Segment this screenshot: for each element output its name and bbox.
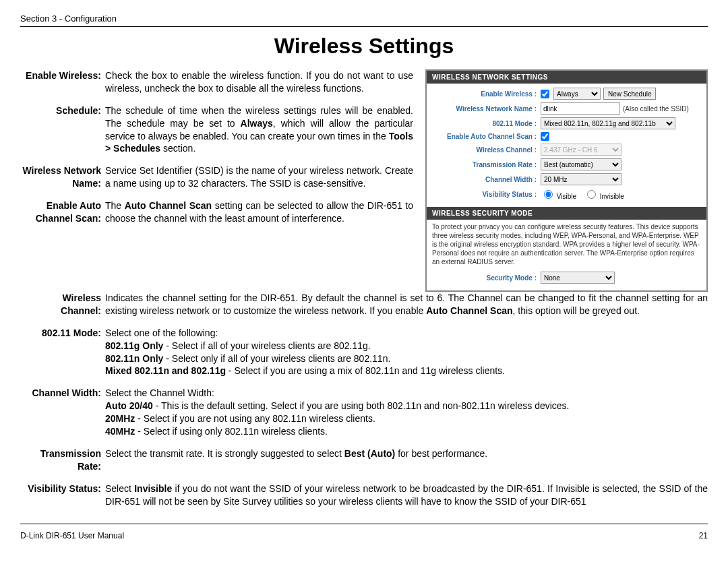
def-wireless-network-name: Wireless Network Name: Service Set Ident… — [20, 164, 413, 190]
body-wc: Indicates the channel setting for the DI… — [105, 292, 708, 317]
body-eacs: The Auto Channel Scan setting can be sel… — [105, 199, 413, 225]
lbl-cw: Channel Width : — [432, 176, 541, 183]
text: section. — [160, 143, 195, 154]
text: The — [105, 200, 125, 211]
label-wnn: Wireless Network Name: — [20, 164, 105, 190]
header-rule — [20, 26, 708, 27]
def-wireless-channel: Wireless Channel: Indicates the channel … — [20, 292, 708, 317]
def-transmission-rate: Transmission Rate: Select the transmit r… — [20, 447, 708, 473]
label-line1: Transmission — [20, 447, 101, 460]
lbl-tr: Transmission Rate : — [432, 161, 541, 168]
security-description: To protect your privacy you can configur… — [427, 220, 706, 272]
text: Select — [105, 483, 134, 494]
def-channel-width: Channel Width: Select the Channel Width:… — [20, 387, 708, 438]
select-schedule[interactable]: Always — [553, 88, 601, 100]
panel-header-network: WIRELESS NETWORK SETTINGS — [427, 71, 706, 84]
row-mode: 802.11 Mode : Mixed 802.11n, 802.11g and… — [432, 117, 701, 129]
text-bold: 802.11n Only — [105, 353, 163, 364]
lbl-wc: Wireless Channel : — [432, 146, 541, 154]
body-enable-wireless: Check the box to enable the wireless fun… — [105, 69, 413, 95]
radio-visible-wrap[interactable]: Visible — [541, 188, 576, 200]
body-tr: Select the transmit rate. It is strongly… — [105, 447, 708, 473]
input-wnn[interactable] — [541, 102, 620, 115]
body-schedule: The schedule of time when the wireless s… — [105, 104, 413, 156]
def-mode: 802.11 Mode: Select one of the following… — [20, 327, 708, 378]
checkbox-enable-wireless[interactable] — [541, 90, 549, 98]
label-line2: Channel Scan: — [20, 212, 101, 225]
lbl-mode: 802.11 Mode : — [432, 120, 541, 127]
label-vs: Visibility Status: — [20, 482, 105, 508]
body-vs: Select Invisible if you do not want the … — [105, 482, 708, 508]
row-tr: Transmission Rate : Best (automatic) — [432, 158, 701, 170]
footer-left: D-Link DIR-651 User Manual — [20, 531, 124, 540]
text: - Select if all of your wireless clients… — [163, 340, 370, 351]
select-wc[interactable]: 2.437 GHz - CH 6 — [541, 144, 621, 156]
footer-rule — [20, 524, 708, 524]
label-line2: Name: — [20, 177, 101, 190]
label-line1: Wireless Network — [20, 164, 101, 177]
row-enable-wireless: Enable Wireless : Always New Schedule — [432, 88, 701, 100]
text-bold: Always — [241, 118, 273, 129]
select-tr[interactable]: Best (automatic) — [541, 158, 621, 170]
text: - Select if you are using a mix of 802.1… — [226, 365, 505, 376]
def-enable-auto-channel-scan: Enable Auto Channel Scan: The Auto Chann… — [20, 199, 413, 225]
row-sec-mode: Security Mode : None — [432, 272, 701, 284]
row-vs: Visibility Status : Visible Invisible — [432, 188, 701, 200]
text: - Select only if all of your wireless cl… — [163, 353, 390, 364]
def-visibility-status: Visibility Status: Select Invisible if y… — [20, 482, 708, 508]
label-enable-wireless: Enable Wireless: — [20, 69, 105, 95]
radio-invisible-label: Invisible — [600, 193, 624, 200]
text-bold: Auto Channel Scan — [125, 200, 212, 211]
text-bold: Best (Auto) — [344, 448, 395, 459]
panel-header-security: WIRELESS SECURITY MODE — [427, 207, 706, 220]
select-cw[interactable]: 20 MHz — [541, 173, 621, 185]
select-mode[interactable]: Mixed 802.11n, 802.11g and 802.11b — [541, 117, 675, 129]
row-wc: Wireless Channel : 2.437 GHz - CH 6 — [432, 144, 701, 156]
text: for best performance. — [395, 448, 487, 459]
lbl-vs: Visibility Status : — [432, 191, 541, 198]
text: , this option will be greyed out. — [513, 305, 640, 316]
label-line2: Channel: — [20, 305, 101, 317]
label-schedule: Schedule: — [20, 104, 105, 156]
section-header: Section 3 - Configuration — [20, 13, 708, 24]
radio-invisible-wrap[interactable]: Invisible — [584, 188, 624, 200]
row-eacs: Enable Auto Channel Scan : — [432, 132, 701, 141]
label-wc: Wireless Channel: — [20, 292, 105, 317]
mode-intro: Select one of the following: — [105, 327, 708, 340]
radio-visible[interactable] — [544, 190, 553, 199]
body-cw: Select the Channel Width: Auto 20/40 - T… — [105, 387, 708, 438]
text: - This is the default setting. Select if… — [153, 400, 570, 411]
label-line1: Enable Auto — [20, 199, 101, 212]
new-schedule-button[interactable]: New Schedule — [603, 88, 656, 100]
radio-invisible[interactable] — [587, 190, 596, 199]
select-sec-mode[interactable]: None — [541, 272, 615, 284]
footer: D-Link DIR-651 User Manual 21 — [20, 531, 708, 540]
label-cw: Channel Width: — [20, 387, 105, 438]
lbl-wnn: Wireless Network Name : — [432, 105, 541, 113]
body-mode: Select one of the following: 802.11g Onl… — [105, 327, 708, 378]
definitions-full: Wireless Channel: Indicates the channel … — [20, 292, 708, 507]
panel-body-security: Security Mode : None — [427, 272, 706, 290]
lbl-eacs: Enable Auto Channel Scan : — [432, 133, 541, 140]
label-eacs: Enable Auto Channel Scan: — [20, 199, 105, 225]
text-bold: 40MHz — [105, 426, 135, 437]
def-enable-wireless: Enable Wireless: Check the box to enable… — [20, 69, 413, 95]
def-schedule: Schedule: The schedule of time when the … — [20, 104, 413, 156]
footer-page: 21 — [699, 531, 708, 540]
main-content: Enable Wireless: Check the box to enable… — [20, 69, 708, 292]
text: - Select if you are not using any 802.11… — [135, 413, 375, 424]
label-line1: Wireless — [20, 292, 101, 305]
row-wnn: Wireless Network Name : (Also called the… — [432, 102, 701, 115]
panel-body-network: Enable Wireless : Always New Schedule Wi… — [427, 84, 706, 207]
cw-intro: Select the Channel Width: — [105, 387, 708, 400]
label-mode: 802.11 Mode: — [20, 327, 105, 378]
lbl-sec-mode: Security Mode : — [432, 274, 541, 282]
text: if you do not want the SSID of your wire… — [105, 483, 708, 507]
text-bold: Auto 20/40 — [105, 400, 153, 411]
text-bold: Mixed 802.11n and 802.11g — [105, 365, 226, 376]
text-bold: 802.11g Only — [105, 340, 163, 351]
text: - Select if using only 802.11n wireless … — [135, 426, 328, 437]
hint-wnn: (Also called the SSID) — [623, 105, 689, 113]
page-title: Wireless Settings — [20, 34, 708, 59]
checkbox-eacs[interactable] — [541, 132, 549, 141]
